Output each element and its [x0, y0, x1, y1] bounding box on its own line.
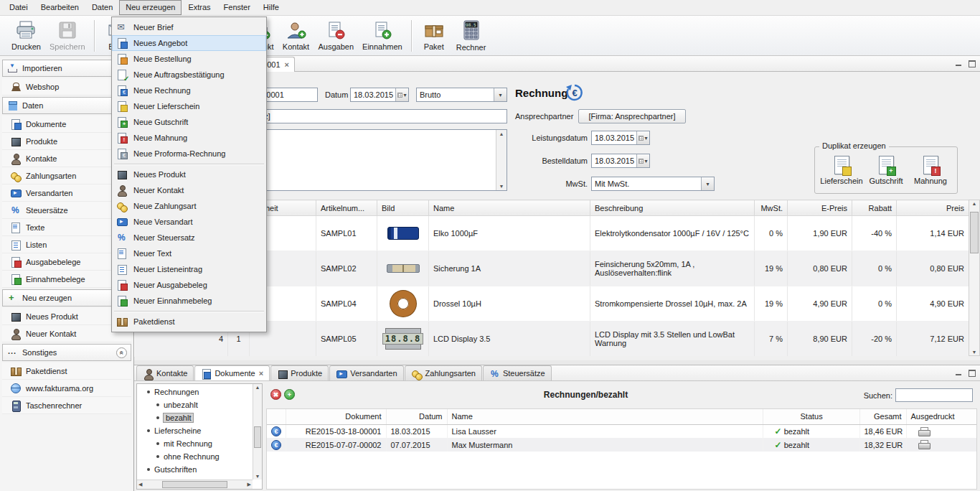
column-header-preis[interactable]: Preis [897, 200, 969, 216]
textarea-scrollbar[interactable]: ▲▼ [496, 130, 507, 190]
sidebar-item-paketdienst[interactable]: Paketdienst [2, 363, 131, 380]
tree-item-unbezahlt[interactable]: unbezahlt [137, 398, 253, 411]
scrollbar-thumb[interactable] [254, 426, 261, 448]
menu-item-neues-produkt[interactable]: Neues Produkt [112, 167, 266, 182]
column-header-gesamt[interactable]: Gesamt [859, 409, 906, 424]
net-gross-select[interactable]: Brutto ▾ [416, 88, 507, 102]
column-header-ausgedruckt[interactable]: Ausgedruckt [906, 409, 977, 424]
menu-fenster[interactable]: Fenster [217, 0, 257, 15]
menu-item-neuer-brief[interactable]: Neuer Brief [112, 19, 266, 35]
duplicate-dunning-button[interactable]: Mahnung [908, 156, 953, 185]
column-header-mwst[interactable]: MwSt. [755, 200, 788, 216]
menu-item-neue-mahnung[interactable]: Neue Mahnung [112, 130, 266, 146]
tree-horizontal-scrollbar[interactable]: ◀ ▶ [137, 480, 253, 489]
document-date-picker[interactable]: 18.03.2015 ▾ [350, 88, 409, 102]
calendar-dropdown-icon[interactable]: ▾ [395, 88, 408, 101]
column-header-artikelnummer[interactable]: Artikelnum... [316, 200, 377, 216]
maximize-icon[interactable] [968, 369, 976, 376]
tree-item-gutschriften[interactable]: Gutschriften [137, 463, 253, 476]
sidebar-header-sonstiges[interactable]: Sonstiges« [2, 344, 131, 361]
tree-item-lieferscheine[interactable]: Lieferscheine [137, 424, 253, 437]
tree-vertical-scrollbar[interactable]: ▲ ▼ [253, 384, 262, 480]
menu-item-neuer-lieferschein[interactable]: Neuer Lieferschein [112, 98, 266, 114]
order-date-picker[interactable]: 18.03.2015 ▾ [591, 154, 650, 168]
calendar-dropdown-icon[interactable]: ▾ [636, 154, 649, 167]
chevron-down-icon[interactable]: ▾ [494, 88, 507, 101]
menu-item-neuer-listeneintrag[interactable]: Neuer Listeneintrag [112, 261, 266, 277]
tree-item-ohne-rechnung[interactable]: ohne Rechnung [137, 450, 253, 463]
duplicate-credit-button[interactable]: Gutschrift [864, 156, 908, 185]
menu-datei[interactable]: Datei [3, 0, 34, 15]
column-header-status[interactable]: Status [763, 409, 859, 424]
menu-item-neue-bestellung[interactable]: Neue Bestellung [112, 51, 266, 67]
scroll-down-icon[interactable]: ▼ [969, 350, 979, 355]
scrollbar-thumb[interactable] [970, 212, 979, 253]
tab-versandarten[interactable]: Versandarten [329, 365, 403, 380]
menu-item-paketdienst[interactable]: Paketdienst [112, 314, 266, 329]
invoice-refresh-euro-icon[interactable]: € [565, 83, 585, 104]
sidebar-item-fakturama-org[interactable]: www.fakturama.org [2, 380, 131, 397]
menu-item-neuer-einnahmebeleg[interactable]: Neuer Einnahmebeleg [112, 293, 266, 309]
minimize-icon[interactable] [955, 60, 963, 67]
close-icon[interactable]: × [259, 370, 263, 378]
menu-extras[interactable]: Extras [182, 0, 217, 15]
menu-daten[interactable]: Daten [85, 0, 119, 15]
document-row[interactable]: € RE2015-03-18-00001 18.03.2015 Lisa Lau… [267, 424, 977, 438]
column-header-name[interactable]: Name [429, 200, 590, 216]
column-header-datum[interactable]: Datum [386, 409, 447, 424]
scroll-right-icon[interactable]: ▶ [248, 482, 251, 487]
menu-item-neue-gutschrift[interactable]: Neue Gutschrift [112, 114, 266, 130]
items-table-scrollbar[interactable]: ▲ ▼ [969, 200, 980, 356]
menu-item-neues-angebot[interactable]: Neues Angebot [112, 35, 266, 51]
expenses-button[interactable]: Ausgaben [314, 18, 359, 54]
scroll-up-icon[interactable]: ▲ [253, 385, 262, 390]
tab-dokumente[interactable]: Dokumente× [194, 365, 270, 380]
contact-person-button[interactable]: [Firma: Ansprechpartner] [578, 109, 686, 123]
menu-item-neuer-steuersatz[interactable]: Neuer Steuersatz [112, 230, 266, 246]
tree-item-bezahlt[interactable]: bezahlt [137, 411, 253, 424]
column-header-bild[interactable]: Bild [377, 200, 429, 216]
menu-item-neue-auftragsbestaetigung[interactable]: Neue Auftragsbestätigung [112, 67, 266, 83]
income-button[interactable]: Einnahmen [358, 18, 407, 54]
maximize-icon[interactable] [968, 60, 976, 67]
menu-bearbeiten[interactable]: Bearbeiten [34, 0, 85, 15]
tab-zahlungsarten[interactable]: Zahlungsarten [405, 365, 482, 380]
parcel-button[interactable]: Paket [416, 18, 452, 54]
duplicate-delivery-note-button[interactable]: Lieferschein [819, 156, 864, 185]
column-header-dokument[interactable]: Dokument [286, 409, 386, 424]
service-date-picker[interactable]: 18.03.2015 ▾ [591, 131, 650, 145]
minimize-icon[interactable] [955, 369, 963, 376]
collapse-chevron-icon[interactable]: « [116, 347, 127, 358]
menu-item-neue-proforma-rechnung[interactable]: Neue Proforma-Rechnung [112, 146, 266, 162]
tree-item-rechnungen[interactable]: Rechnungen [137, 385, 253, 398]
scroll-down-icon[interactable]: ▼ [499, 182, 504, 190]
scrollbar-thumb[interactable] [162, 481, 227, 488]
column-header-name[interactable]: Name [447, 409, 763, 424]
tab-steuersaetze[interactable]: Steuersätze [483, 365, 552, 380]
calendar-dropdown-icon[interactable]: ▾ [636, 131, 649, 144]
calculator-button[interactable]: 98.5 Rechner [452, 18, 491, 54]
scroll-up-icon[interactable]: ▲ [969, 201, 979, 206]
close-icon[interactable]: × [285, 61, 289, 69]
scroll-up-icon[interactable]: ▲ [499, 130, 504, 138]
chevron-down-icon[interactable]: ▾ [701, 177, 714, 190]
column-header-rabatt[interactable]: Rabatt [852, 200, 897, 216]
tab-produkte[interactable]: Produkte [270, 365, 329, 380]
document-row[interactable]: € RE2015-07-07-00002 07.07.2015 Max Must… [267, 438, 977, 452]
search-input[interactable] [895, 388, 973, 402]
menu-item-neuer-ausgabebeleg[interactable]: Neuer Ausgabebeleg [112, 277, 266, 293]
scroll-left-icon[interactable]: ◀ [138, 482, 142, 487]
menu-item-neue-versandart[interactable]: Neue Versandart [112, 214, 266, 230]
tree-item-mit-rechnung[interactable]: mit Rechnung [137, 437, 253, 450]
menu-item-neuer-text[interactable]: Neuer Text [112, 246, 266, 261]
column-header-epreis[interactable]: E-Preis [788, 200, 852, 216]
scroll-down-icon[interactable]: ▼ [253, 474, 262, 479]
tab-kontakte[interactable]: Kontakte [136, 365, 194, 380]
menu-item-neue-rechnung[interactable]: Neue Rechnung [112, 83, 266, 98]
sidebar-item-taschenrechner[interactable]: Taschenrechner [2, 397, 131, 414]
print-button[interactable]: Drucken [7, 18, 45, 54]
column-header-beschreibung[interactable]: Beschreibung [590, 200, 755, 216]
menu-item-neuer-kontakt[interactable]: Neuer Kontakt [112, 182, 266, 198]
menu-neu-erzeugen[interactable]: Neu erzeugen [119, 0, 182, 15]
menu-item-neue-zahlungsart[interactable]: Neue Zahlungsart [112, 198, 266, 214]
